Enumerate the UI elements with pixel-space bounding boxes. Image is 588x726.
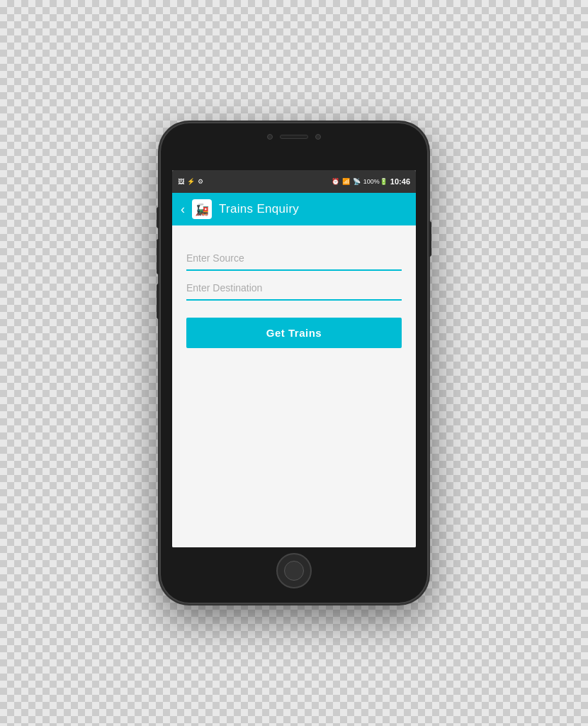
volume-up-button [157, 207, 159, 228]
status-bar-right-icons: ⏰ 📶 📡 100%🔋 10:46 [332, 177, 410, 186]
status-bar-left-icons: 🖼 ⚡ ⚙ [178, 178, 203, 185]
earpiece-speaker [280, 135, 308, 139]
wifi-icon: 📶 [342, 178, 350, 185]
home-button-inner [284, 561, 304, 581]
phone-device: 🖼 ⚡ ⚙ ⏰ 📶 📡 100%🔋 10:46 ‹ 🚂 [159, 122, 429, 604]
train-icon: 🚂 [192, 199, 212, 219]
sensor [315, 134, 321, 140]
silent-button [157, 284, 159, 319]
app-bar: ‹ 🚂 Trains Enquiry [172, 193, 416, 225]
image-icon: 🖼 [178, 178, 184, 185]
signal-icon: 📡 [353, 178, 361, 185]
source-input[interactable] [186, 247, 402, 271]
destination-input[interactable] [186, 277, 402, 301]
phone-top-area [251, 132, 337, 142]
get-trains-button[interactable]: Get Trains [186, 318, 402, 348]
content-area: Get Trains [172, 225, 416, 547]
phone-screen: 🖼 ⚡ ⚙ ⏰ 📶 📡 100%🔋 10:46 ‹ 🚂 [172, 170, 416, 547]
alarm-icon: ⏰ [332, 178, 339, 185]
destination-input-group [186, 277, 402, 301]
android-icon: ⚙ [198, 178, 203, 185]
status-bar: 🖼 ⚡ ⚙ ⏰ 📶 📡 100%🔋 10:46 [172, 170, 416, 193]
usb-icon: ⚡ [187, 178, 195, 185]
source-input-group [186, 247, 402, 271]
app-bar-title: Trains Enquiry [219, 202, 299, 216]
status-time: 10:46 [390, 177, 410, 186]
back-arrow-icon[interactable]: ‹ [181, 202, 185, 217]
power-button [429, 221, 431, 257]
phone-shell: 🖼 ⚡ ⚙ ⏰ 📶 📡 100%🔋 10:46 ‹ 🚂 [159, 122, 429, 604]
front-camera [267, 134, 273, 140]
form-container: Get Trains [172, 225, 416, 547]
battery-indicator: 100%🔋 [363, 178, 388, 185]
volume-down-button [157, 239, 159, 274]
home-button[interactable] [276, 553, 312, 588]
